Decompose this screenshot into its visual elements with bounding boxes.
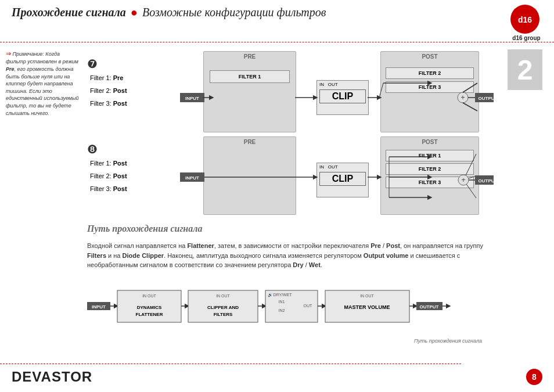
- diagram1-filter1-block: FILTER 1: [210, 70, 290, 83]
- d2-filter1-info: Filter 1: Post: [90, 157, 127, 170]
- diagram1-in-label: IN OUT: [317, 81, 368, 88]
- diagram1-filter-info: Filter 1: Pre Filter 2: Post Filter 3: P…: [90, 71, 127, 110]
- side-note-text: Примечание: Когда фильтр установлен в ре…: [6, 51, 79, 116]
- logo-circle: d16: [510, 5, 539, 34]
- diagram2-post-box: POST FILTER 1 FILTER 2 FILTER 3: [380, 136, 479, 215]
- side-note-arrow: ⇒: [6, 50, 11, 57]
- diagram1-filter2-block: FILTER 2: [386, 67, 474, 79]
- svg-text:IN        OUT: IN OUT: [216, 294, 230, 298]
- diagram2-pre-box: PRE: [203, 136, 296, 215]
- bottom-border: [0, 364, 461, 364]
- svg-text:MASTER VOLUME: MASTER VOLUME: [344, 304, 390, 310]
- svg-text:FLATTENER: FLATTENER: [136, 312, 163, 317]
- diagram1-clip-box: IN OUT CLIP: [316, 80, 369, 115]
- svg-text:FILTERS: FILTERS: [214, 312, 233, 317]
- d2-filter2-info: Filter 2: Post: [90, 170, 127, 182]
- diagram2-pre-label: PRE: [204, 137, 296, 147]
- diagram2-filter2-block: FILTER 2: [386, 163, 474, 175]
- diagram1-filter3-block: FILTER 3: [386, 81, 474, 93]
- diagram2-in-out: IN OUT: [317, 163, 368, 171]
- diagram1-pre-box: PRE FILTER 1: [203, 51, 296, 132]
- filter3-info: Filter 3: Post: [90, 97, 127, 110]
- footer-brand: DEVASTOR: [12, 369, 92, 385]
- diagram2-post-label: POST: [381, 137, 479, 147]
- signal-path-heading: Путь прохождения сигнала: [87, 224, 202, 234]
- diagram2-number: ❽: [87, 142, 98, 156]
- svg-rect-2: [180, 93, 204, 102]
- filter1-info: Filter 1: Pre: [90, 71, 127, 84]
- footer-page: 8: [526, 369, 542, 385]
- svg-text:🔊DRY/WET: 🔊DRY/WET: [268, 292, 292, 297]
- diagram1-post-box: POST FILTER 2 FILTER 3: [380, 51, 479, 132]
- diagram1-clip-label: CLIP: [319, 89, 366, 103]
- svg-text:CLIPPER AND: CLIPPER AND: [207, 305, 239, 310]
- header-title-italic: Прохождение сигнала: [12, 6, 126, 19]
- diagram1-pre-label: PRE: [204, 52, 296, 62]
- bottom-diagram: INPUT IN OUT DYNAMICS FLATTENER IN OUT C…: [87, 286, 482, 332]
- logo-text: d16 group: [510, 35, 542, 41]
- svg-text:IN2: IN2: [279, 308, 285, 312]
- d2-filter3-info: Filter 3: Post: [90, 182, 127, 195]
- signal-path-body: Входной сигнал направляется на Flattener…: [87, 241, 502, 270]
- diagram2-filter1-block: FILTER 1: [386, 150, 474, 161]
- svg-text:DYNAMICS: DYNAMICS: [137, 305, 162, 310]
- diagram1-post-label: POST: [381, 52, 479, 62]
- diagram1: ❼ Filter 1: Pre Filter 2: Post Filter 3:…: [87, 51, 494, 150]
- svg-text:OUTPUT: OUTPUT: [479, 96, 494, 101]
- svg-text:IN        OUT: IN OUT: [360, 294, 374, 298]
- svg-text:d16: d16: [518, 15, 532, 24]
- svg-text:INPUT: INPUT: [92, 304, 106, 310]
- logo: d16 d16 group: [510, 5, 542, 37]
- svg-rect-17: [180, 172, 204, 182]
- header-bullet: ●: [131, 6, 138, 19]
- page-number: 2: [508, 49, 542, 90]
- svg-text:OUTPUT: OUTPUT: [479, 178, 494, 184]
- svg-text:IN        OUT: IN OUT: [142, 294, 156, 298]
- svg-text:IN1: IN1: [279, 300, 285, 304]
- diagram2-filter3-block: FILTER 3: [386, 177, 474, 188]
- page-header: Прохождение сигнала ● Возможные конфигур…: [12, 6, 508, 19]
- svg-text:OUTPUT: OUTPUT: [420, 304, 439, 310]
- side-note: ⇒ Примечание: Когда фильтр установлен в …: [6, 49, 81, 117]
- header-title-main: Возможные конфигурации фильтров: [142, 6, 326, 19]
- svg-text:INPUT: INPUT: [185, 175, 199, 181]
- diagram1-number: ❼: [87, 57, 98, 71]
- bottom-diagram-svg: INPUT IN OUT DYNAMICS FLATTENER IN OUT C…: [87, 286, 482, 332]
- diagram2-clip-box: IN OUT CLIP: [316, 163, 369, 197]
- filter2-info: Filter 2: Post: [90, 84, 127, 97]
- bottom-diagram-caption: Путь прохождения сигнала: [414, 338, 482, 344]
- svg-text:INPUT: INPUT: [185, 96, 199, 101]
- diagram2-clip-label: CLIP: [319, 172, 366, 186]
- svg-text:OUT: OUT: [304, 304, 313, 308]
- diagram2-filter-info: Filter 1: Post Filter 2: Post Filter 3: …: [90, 157, 127, 195]
- top-border: [0, 42, 554, 42]
- diagram2: ❽ Filter 1: Post Filter 2: Post Filter 3…: [87, 136, 494, 229]
